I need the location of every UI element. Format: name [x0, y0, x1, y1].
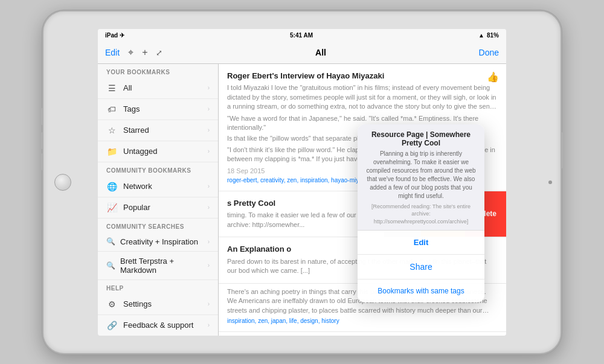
- mute-button[interactable]: [41, 153, 43, 170]
- creativity-chevron: ›: [208, 238, 210, 245]
- popular-chevron: ›: [208, 204, 210, 211]
- add-icon[interactable]: +: [142, 47, 147, 58]
- settings-chevron: ›: [208, 301, 210, 307]
- community-bookmarks-header: COMMUNITY BOOKMARKS: [98, 162, 218, 176]
- popup-action-share[interactable]: Share: [358, 255, 484, 279]
- sidebar-item-creativity[interactable]: 🔍 Creativity + Inspiration ›: [98, 232, 218, 252]
- nav-left: Edit ⌖ + ⤢: [105, 47, 162, 58]
- all-icon: ☰: [106, 83, 117, 93]
- network-icon: 🌐: [106, 182, 117, 191]
- search-icon-creativity: 🔍: [106, 237, 115, 246]
- tags-icon: 🏷: [106, 104, 117, 114]
- feedback-label: Feedback & support: [123, 321, 193, 330]
- settings-label: Settings: [123, 299, 152, 308]
- power-button[interactable]: [561, 132, 563, 168]
- brett-chevron: ›: [208, 262, 210, 269]
- popup-header-desc: Planning a big trip is inherently overwh…: [366, 150, 476, 200]
- side-dot: [548, 180, 552, 184]
- cursor-icon: ⌖: [128, 47, 133, 58]
- popup-action-edit[interactable]: Edit: [358, 231, 484, 255]
- status-time: 5:41 AM: [290, 32, 313, 39]
- starred-label: Starred: [123, 126, 149, 135]
- popup-header: Resource Page | Somewhere Pretty Cool Pl…: [358, 124, 484, 231]
- home-button[interactable]: [54, 174, 71, 191]
- popup-header-title: Resource Page | Somewhere Pretty Cool: [366, 130, 476, 147]
- status-right: ▲ 81%: [478, 32, 499, 39]
- all-chevron: ›: [208, 85, 210, 91]
- sidebar: YOUR BOOKMARKS ☰ All › 🏷 Tags ›: [98, 64, 219, 336]
- sidebar-item-settings[interactable]: ⚙ Settings ›: [98, 294, 218, 315]
- sidebar-item-untagged[interactable]: 📁 Untagged ›: [98, 141, 218, 162]
- move-icon: ⤢: [156, 48, 162, 57]
- sidebar-item-popular[interactable]: 📈 Popular ›: [98, 197, 218, 219]
- untagged-icon: 📁: [106, 147, 117, 156]
- starred-icon: ☆: [106, 126, 117, 135]
- nav-title: All: [315, 48, 326, 57]
- brett-label: Brett Terpstra + Markdown: [120, 257, 208, 275]
- volume-down-button[interactable]: [41, 132, 43, 149]
- popup-footnote: [Recommended reading: The site's entire …: [366, 203, 476, 226]
- main-content: YOUR BOOKMARKS ☰ All › 🏷 Tags ›: [98, 64, 506, 336]
- sidebar-item-starred[interactable]: ☆ Starred ›: [98, 120, 218, 141]
- ipad-frame: iPad ✈ 5:41 AM ▲ 81% Edit ⌖ + ⤢ All Done…: [42, 10, 562, 354]
- network-chevron: ›: [208, 183, 210, 190]
- article-list: Roger Ebert's Interview of Hayao Miyazak…: [219, 64, 506, 336]
- sidebar-item-brett[interactable]: 🔍 Brett Terpstra + Markdown ›: [98, 252, 218, 280]
- sidebar-item-network[interactable]: 🌐 Network ›: [98, 176, 218, 197]
- all-label: All: [123, 83, 132, 92]
- community-searches-header: COMMUNITY SEARCHES: [98, 219, 218, 232]
- untagged-chevron: ›: [208, 148, 210, 155]
- sidebar-item-all[interactable]: ☰ All ›: [98, 78, 218, 99]
- untagged-label: Untagged: [123, 147, 157, 156]
- help-section-header: HELP: [98, 280, 218, 294]
- status-left: iPad ✈: [105, 32, 124, 39]
- popup-card: Resource Page | Somewhere Pretty Cool Pl…: [358, 124, 484, 303]
- ipad-label: iPad ✈: [105, 32, 124, 39]
- feedback-chevron: ›: [208, 322, 210, 328]
- tags-label: Tags: [123, 104, 140, 113]
- tags-chevron: ›: [208, 106, 210, 112]
- screen: iPad ✈ 5:41 AM ▲ 81% Edit ⌖ + ⤢ All Done…: [98, 29, 506, 336]
- battery-level: 81%: [487, 32, 499, 39]
- popular-icon: 📈: [106, 203, 117, 212]
- starred-chevron: ›: [208, 127, 210, 133]
- nav-bar: Edit ⌖ + ⤢ All Done: [98, 42, 506, 64]
- sidebar-item-feedback[interactable]: 🔗 Feedback & support ›: [98, 315, 218, 336]
- done-button[interactable]: Done: [479, 48, 499, 57]
- feedback-icon: 🔗: [106, 321, 117, 330]
- edit-button[interactable]: Edit: [105, 48, 120, 57]
- popular-label: Popular: [123, 203, 150, 212]
- volume-up-button[interactable]: [41, 108, 43, 125]
- settings-icon: ⚙: [106, 299, 117, 309]
- battery-icon: ▲: [478, 32, 484, 39]
- search-icon-brett: 🔍: [106, 261, 115, 270]
- context-overlay: Resource Page | Somewhere Pretty Cool Pl…: [219, 64, 506, 336]
- popup-action-same-tags[interactable]: Bookmarks with same tags: [358, 279, 484, 302]
- bookmarks-section-header: YOUR BOOKMARKS: [98, 64, 218, 78]
- creativity-label: Creativity + Inspiration: [120, 237, 198, 246]
- network-label: Network: [123, 182, 152, 191]
- sidebar-item-tags[interactable]: 🏷 Tags ›: [98, 99, 218, 120]
- status-bar: iPad ✈ 5:41 AM ▲ 81%: [98, 29, 506, 42]
